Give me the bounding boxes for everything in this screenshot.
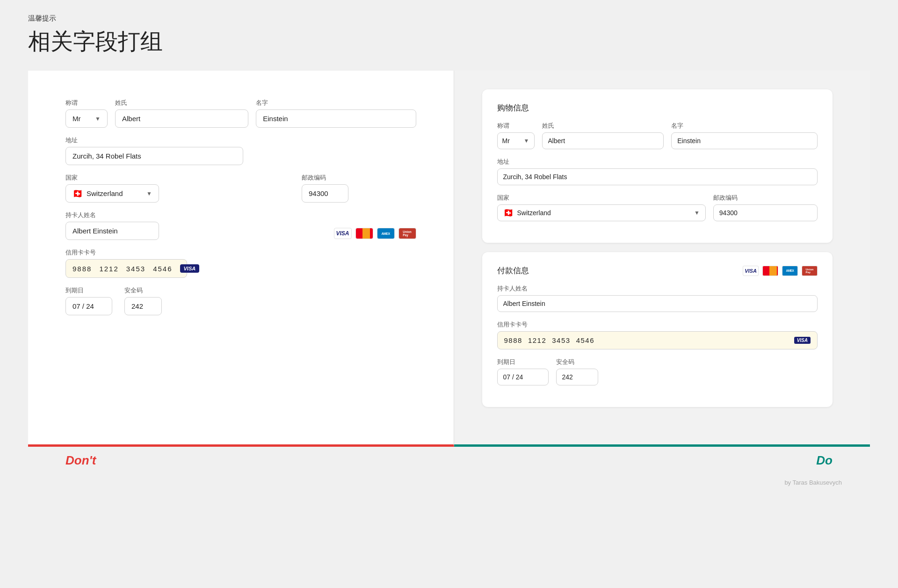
cc-field[interactable]: 9888 1212 3453 4546 VISA [65,259,187,278]
right-country-select[interactable]: 🇨🇭 Switzerland ▼ [497,204,706,221]
expiry-label: 到期日 [65,286,117,295]
chevron-down-icon: ▼ [95,116,101,122]
right-cardholder-group: 持卡人姓名 [497,284,818,312]
right-cvv-input[interactable] [556,369,598,385]
cvv-label: 安全码 [124,286,167,295]
do-label: Do [816,453,833,467]
right-last-name-input[interactable] [542,132,664,149]
right-country-value: Switzerland [517,209,551,217]
payment-card-title: 付款信息 [497,265,529,276]
right-country-group: 国家 🇨🇭 Switzerland ▼ [497,194,706,221]
salutation-label: 称谓 [65,99,108,107]
panels-row: 称谓 Mr ▼ 姓氏 名字 [28,71,870,447]
postal-group: 邮政编码 [302,174,416,203]
card-icons: VISA AMEX UnionPay [334,228,416,240]
right-panel: 购物信息 称谓 Mr ▼ 姓氏 [454,71,870,447]
right-cc-field[interactable]: 9888 1212 3453 4546 VISA [497,331,818,349]
right-last-name-group: 姓氏 [542,122,664,149]
last-name-group: 姓氏 [115,99,248,128]
right-swiss-flag-icon: 🇨🇭 [503,209,514,217]
right-expiry-cvv-row: 到期日 安全码 [497,358,818,385]
visa-icon: VISA [334,228,352,239]
right-expiry-input[interactable] [497,369,549,385]
right-first-name-label: 名字 [671,122,818,130]
unionpay-icon: UnionPay [398,228,416,239]
address-group: 地址 [65,136,416,165]
name-row: 称谓 Mr ▼ 姓氏 名字 [65,99,416,128]
right-cc-part1: 9888 [504,336,522,344]
payment-info-card: 付款信息 VISA AMEX UnionPay 持卡人姓名 [482,252,833,407]
right-address-input[interactable] [497,168,818,185]
chevron-down-icon: ▼ [694,210,700,216]
last-name-label: 姓氏 [115,99,248,107]
right-country-label: 国家 [497,194,706,202]
right-cc-part3: 3453 [552,336,570,344]
right-address-label: 地址 [497,158,818,166]
right-cardholder-label: 持卡人姓名 [497,284,818,293]
right-cvv-group: 安全码 [556,358,598,385]
country-postal-row: 国家 🇨🇭 Switzerland ▼ 邮政编码 [65,174,416,203]
do-section: Do [449,447,870,474]
right-cardholder-input[interactable] [497,295,818,312]
page: 温馨提示 相关字段打组 称谓 Mr ▼ 姓氏 [0,0,898,588]
right-salutation-value: Mr [502,137,510,145]
shopping-info-card: 购物信息 称谓 Mr ▼ 姓氏 [482,89,833,243]
cardholder-label: 持卡人姓名 [65,211,325,219]
left-panel: 称谓 Mr ▼ 姓氏 名字 [28,71,454,447]
right-first-name-input[interactable] [671,132,818,149]
cc-part4: 4546 [153,265,172,273]
right-address-group: 地址 [497,158,818,185]
right-first-name-group: 名字 [671,122,818,149]
right-salutation-label: 称谓 [497,122,535,130]
salutation-select[interactable]: Mr ▼ [65,109,108,128]
cvv-input[interactable] [124,297,162,315]
main-content: 称谓 Mr ▼ 姓氏 名字 [28,71,870,491]
right-cc-part4: 4546 [576,336,594,344]
mastercard-icon [355,228,373,239]
cc-group: 信用卡卡号 9888 1212 3453 4546 VISA [65,248,416,278]
country-select[interactable]: 🇨🇭 Switzerland ▼ [65,184,159,203]
salutation-group: 称谓 Mr ▼ [65,99,108,128]
cc-part2: 1212 [99,265,118,273]
right-expiry-group: 到期日 [497,358,549,385]
right-visa-icon: VISA [743,266,759,276]
last-name-input[interactable] [115,109,248,128]
right-cvv-label: 安全码 [556,358,598,366]
chevron-down-icon: ▼ [524,138,529,144]
first-name-input[interactable] [256,109,416,128]
cc-brand-badge: VISA [180,264,200,273]
expiry-input[interactable] [65,297,112,315]
address-input[interactable] [65,147,243,165]
dont-label: Don't [65,453,96,467]
salutation-value: Mr [72,115,81,123]
postal-input[interactable] [302,184,348,203]
cc-part1: 9888 [72,265,92,273]
amex-icon: AMEX [377,228,395,239]
right-postal-input[interactable] [713,204,818,221]
dont-section: Don't [28,447,449,474]
bottom-bar: Don't Do [28,447,870,474]
cardholder-input[interactable] [65,222,159,240]
cardholder-group: 持卡人姓名 [65,211,325,240]
right-postal-label: 邮政编码 [713,194,818,202]
expiry-group: 到期日 [65,286,117,315]
cc-label: 信用卡卡号 [65,248,416,257]
right-salutation-select[interactable]: Mr ▼ [497,132,535,149]
right-cc-label: 信用卡卡号 [497,320,818,329]
chevron-down-icon: ▼ [146,190,152,197]
right-amex-icon: AMEX [782,266,798,276]
country-group: 国家 🇨🇭 Switzerland ▼ [65,174,294,203]
cc-part3: 3453 [126,265,145,273]
right-cc-brand-badge: VISA [794,337,811,344]
hint-label: 温馨提示 [28,14,870,23]
expiry-cvv-row: 到期日 安全码 [65,286,416,315]
right-cc-group: 信用卡卡号 9888 1212 3453 4546 VISA [497,320,818,349]
watermark: by Taras Bakusevych [28,474,870,491]
swiss-flag-icon: 🇨🇭 [72,190,83,197]
postal-label: 邮政编码 [302,174,416,182]
country-value: Switzerland [87,189,123,197]
right-country-postal-row: 国家 🇨🇭 Switzerland ▼ 邮政编码 [497,194,818,221]
right-salutation-group: 称谓 Mr ▼ [497,122,535,149]
address-label: 地址 [65,136,416,145]
country-label: 国家 [65,174,294,182]
